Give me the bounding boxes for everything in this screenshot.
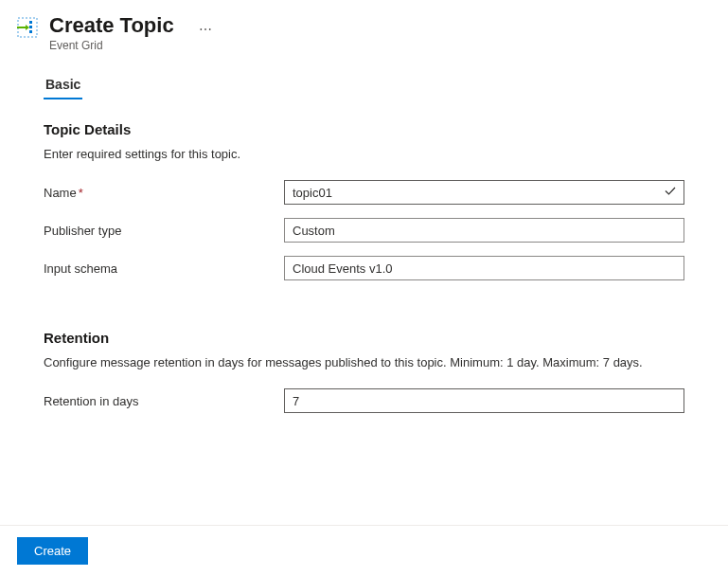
svg-rect-2 [29, 26, 32, 28]
create-button[interactable]: Create [17, 537, 88, 565]
svg-rect-1 [29, 21, 32, 24]
retention-description: Configure message retention in days for … [44, 355, 684, 369]
section-retention: Retention Configure message retention in… [44, 330, 684, 413]
section-topic-details: Topic Details Enter required settings fo… [44, 121, 684, 280]
page-title: Create Topic [49, 13, 174, 38]
svg-rect-3 [29, 30, 32, 33]
name-control [284, 180, 684, 205]
tabs: Basic [44, 71, 684, 100]
input-schema-control: Cloud Events v1.0 [284, 256, 684, 280]
row-input-schema: Input schema Cloud Events v1.0 [44, 256, 684, 280]
required-indicator: * [79, 186, 83, 200]
footer: Create [0, 525, 728, 576]
svg-marker-5 [26, 25, 29, 30]
retention-days-input[interactable] [284, 388, 684, 413]
name-input[interactable] [284, 180, 684, 205]
retention-days-control [284, 388, 684, 413]
tab-basic[interactable]: Basic [44, 71, 82, 99]
more-actions-icon[interactable]: ⋯ [199, 22, 213, 37]
topic-details-description: Enter required settings for this topic. [44, 147, 684, 161]
publisher-type-label: Publisher type [44, 224, 284, 238]
input-schema-label: Input schema [44, 261, 284, 276]
title-block: Create Topic Event Grid [49, 13, 174, 52]
page-header: Create Topic Event Grid ⋯ [0, 0, 728, 62]
name-label: Name* [44, 186, 284, 200]
topic-icon [17, 17, 38, 41]
page-subtitle: Event Grid [49, 39, 174, 52]
publisher-type-value[interactable]: Custom [284, 218, 684, 243]
check-icon [664, 185, 677, 201]
input-schema-value[interactable]: Cloud Events v1.0 [284, 256, 684, 280]
publisher-type-control: Custom [284, 218, 684, 243]
retention-days-label: Retention in days [44, 394, 284, 408]
row-publisher-type: Publisher type Custom [44, 218, 684, 243]
content-area: Basic Topic Details Enter required setti… [0, 62, 728, 413]
row-name: Name* [44, 180, 684, 205]
row-retention-days: Retention in days [44, 388, 684, 413]
topic-details-heading: Topic Details [44, 121, 684, 137]
name-label-text: Name [44, 186, 77, 200]
retention-heading: Retention [44, 330, 684, 346]
